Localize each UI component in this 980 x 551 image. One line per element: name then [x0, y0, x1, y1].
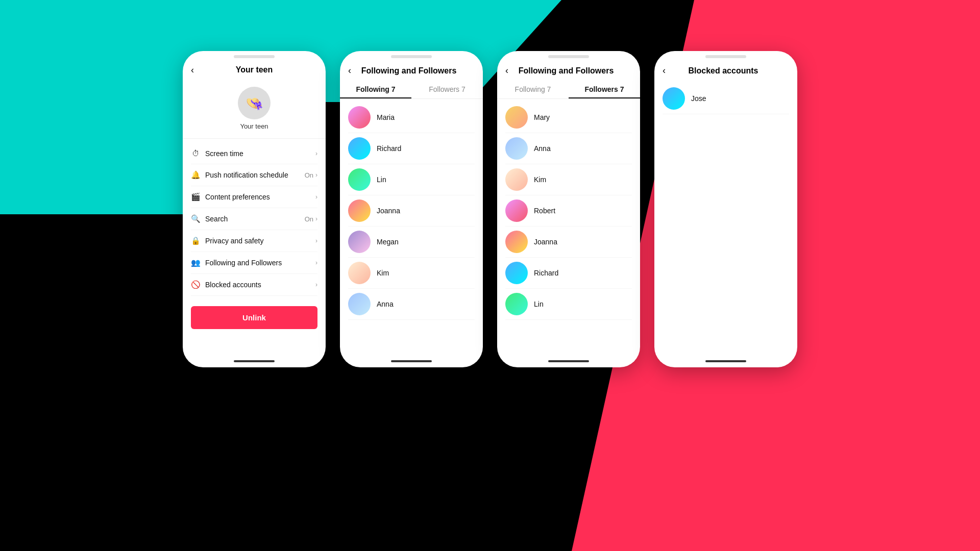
- user-item[interactable]: Lin: [505, 289, 632, 320]
- menu-item-left: 👥 Following and Followers: [191, 258, 282, 267]
- phone1-avatar-label: Your teen: [240, 122, 268, 130]
- phone4-back-button[interactable]: ‹: [663, 65, 666, 76]
- user-name: Joanna: [377, 207, 400, 215]
- user-avatar: [348, 168, 371, 191]
- phone3-bottom-bar: [497, 355, 640, 367]
- tab-item[interactable]: Followers 7: [569, 80, 640, 98]
- menu-item-label: Privacy and safety: [205, 237, 263, 245]
- user-item[interactable]: Richard: [505, 258, 632, 289]
- user-avatar: [505, 231, 528, 253]
- menu-item-label: Search: [205, 215, 228, 223]
- user-avatar: [348, 262, 371, 284]
- chevron-icon: ›: [315, 171, 317, 179]
- menu-item-right: ›: [315, 259, 317, 266]
- phone1-home-bar: [234, 360, 275, 362]
- user-avatar: [663, 87, 685, 110]
- chevron-icon: ›: [315, 150, 317, 157]
- menu-item[interactable]: 🔔 Push notification schedule On ›: [191, 164, 317, 186]
- menu-item-right: ›: [315, 281, 317, 288]
- user-item[interactable]: Mary: [505, 102, 632, 133]
- user-item[interactable]: Maria: [348, 102, 475, 133]
- user-name: Anna: [534, 144, 551, 153]
- phone1-menu-list: ⏱ Screen time › 🔔 Push notification sche…: [183, 143, 326, 296]
- menu-item[interactable]: 👥 Following and Followers ›: [191, 252, 317, 274]
- phone2-header: ‹ Following and Followers: [340, 58, 483, 80]
- menu-item-label: Content preferences: [205, 193, 270, 201]
- user-item[interactable]: Kim: [348, 258, 475, 289]
- menu-item-right: ›: [315, 193, 317, 201]
- user-name: Robert: [534, 207, 555, 215]
- phone1-header: ‹ Your teen: [183, 58, 326, 79]
- unlink-button[interactable]: Unlink: [191, 306, 317, 329]
- phone2-user-list: Maria Richard Lin Joanna Megan Kim Anna: [340, 99, 483, 323]
- menu-item[interactable]: 🎬 Content preferences ›: [191, 186, 317, 208]
- phone1-avatar: 👒: [238, 87, 271, 119]
- tab-item[interactable]: Following 7: [497, 80, 569, 98]
- chevron-icon: ›: [315, 193, 317, 201]
- chevron-icon: ›: [315, 259, 317, 266]
- menu-item-left: 🚫 Blocked accounts: [191, 280, 261, 289]
- phone-followers: ‹ Following and Followers Following 7Fol…: [497, 51, 640, 367]
- user-item[interactable]: Joanna: [505, 227, 632, 258]
- phone2-tabs: Following 7Followers 7: [340, 80, 483, 99]
- phone4-user-list: Jose: [654, 80, 797, 117]
- phone-blocked: ‹ Blocked accounts Jose: [654, 51, 797, 367]
- menu-item-label: Following and Followers: [205, 259, 282, 267]
- menu-item-left: ⏱ Screen time: [191, 149, 243, 158]
- user-item[interactable]: Megan: [348, 227, 475, 258]
- user-name: Richard: [377, 144, 401, 153]
- phone1-bottom-bar: [183, 355, 326, 367]
- menu-item-icon: 🔔: [191, 170, 200, 180]
- user-name: Anna: [377, 300, 394, 308]
- phone4-bottom-bar: [654, 355, 797, 367]
- menu-item[interactable]: 🔍 Search On ›: [191, 208, 317, 230]
- user-name: Lin: [377, 176, 386, 184]
- menu-item-icon: 🔍: [191, 214, 200, 223]
- user-avatar: [348, 106, 371, 129]
- phone-your-teen: ‹ Your teen 👒 Your teen ⏱ Screen time › …: [183, 51, 326, 367]
- user-avatar: [348, 199, 371, 222]
- user-avatar: [348, 137, 371, 160]
- phone2-back-button[interactable]: ‹: [348, 65, 351, 76]
- user-item[interactable]: Anna: [505, 133, 632, 164]
- user-avatar: [505, 293, 528, 315]
- user-avatar: [505, 137, 528, 160]
- user-item[interactable]: Joanna: [348, 195, 475, 227]
- user-item[interactable]: Kim: [505, 164, 632, 195]
- menu-item-left: 🔒 Privacy and safety: [191, 236, 263, 245]
- tab-item[interactable]: Following 7: [340, 80, 411, 98]
- user-item[interactable]: Richard: [348, 133, 475, 164]
- user-item[interactable]: Robert: [505, 195, 632, 227]
- user-name: Maria: [377, 113, 395, 121]
- menu-item[interactable]: ⏱ Screen time ›: [191, 143, 317, 164]
- menu-item-label: Push notification schedule: [205, 171, 288, 179]
- user-name: Mary: [534, 113, 550, 121]
- user-name: Richard: [534, 269, 558, 277]
- phone3-home-bar: [548, 360, 589, 362]
- user-avatar: [348, 231, 371, 253]
- phone1-back-button[interactable]: ‹: [191, 65, 194, 76]
- menu-item-icon: 🎬: [191, 192, 200, 202]
- menu-item-icon: 🔒: [191, 236, 200, 245]
- menu-item-right: On ›: [305, 215, 317, 223]
- phone2-content: ‹ Following and Followers Following 7Fol…: [340, 58, 483, 355]
- user-item[interactable]: Jose: [663, 83, 789, 114]
- tab-item[interactable]: Followers 7: [411, 80, 483, 98]
- phone3-tabs: Following 7Followers 7: [497, 80, 640, 99]
- user-item[interactable]: Lin: [348, 164, 475, 195]
- phone1-title: Your teen: [236, 65, 273, 74]
- menu-item-status: On: [305, 215, 313, 223]
- phone3-header: ‹ Following and Followers: [497, 58, 640, 80]
- phone3-title: Following and Followers: [512, 66, 620, 76]
- user-avatar: [348, 293, 371, 315]
- phone4-content: ‹ Blocked accounts Jose: [654, 58, 797, 355]
- user-name: Megan: [377, 238, 399, 246]
- menu-item-icon: 👥: [191, 258, 200, 267]
- phone3-back-button[interactable]: ‹: [505, 65, 508, 76]
- menu-item[interactable]: 🔒 Privacy and safety ›: [191, 230, 317, 252]
- menu-item-left: 🎬 Content preferences: [191, 192, 270, 202]
- user-item[interactable]: Anna: [348, 289, 475, 320]
- phone4-header: ‹ Blocked accounts: [654, 58, 797, 80]
- user-avatar: [505, 106, 528, 129]
- menu-item[interactable]: 🚫 Blocked accounts ›: [191, 274, 317, 296]
